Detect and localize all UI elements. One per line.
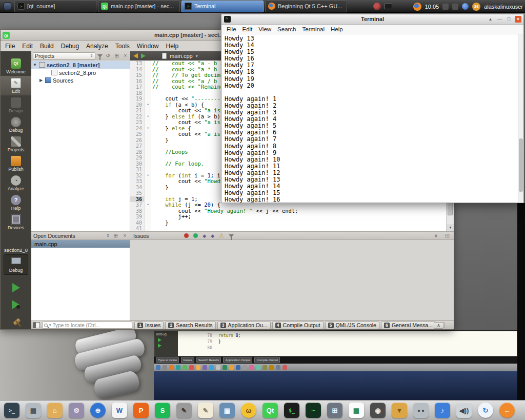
mode-item[interactable]: Welcome: [1, 56, 31, 76]
warning-filter-icon[interactable]: [193, 233, 198, 238]
expand-output-icon[interactable]: ∧: [434, 322, 443, 329]
terminal-dark-icon[interactable]: $_: [284, 403, 299, 418]
open-document-item[interactable]: main.cpp: [31, 240, 130, 248]
code-line[interactable]: 41: [130, 226, 454, 231]
menu-item[interactable]: Tools: [112, 42, 133, 51]
menu-item[interactable]: Window: [133, 42, 163, 51]
nav-back-icon[interactable]: [133, 53, 138, 58]
mode-item[interactable]: Design: [1, 95, 31, 115]
menu-item[interactable]: Help: [163, 42, 183, 51]
calculator-icon[interactable]: ⊞: [327, 403, 342, 418]
display-tray-icon[interactable]: [385, 4, 392, 9]
close-pane-icon[interactable]: ×: [122, 233, 128, 238]
scrollbar-thumb[interactable]: [519, 138, 523, 192]
volume-icon[interactable]: ◀)): [456, 403, 472, 418]
menu-item[interactable]: Build: [36, 42, 57, 51]
sidebar-toggle-icon[interactable]: [33, 322, 40, 328]
taskbar-window-button[interactable]: [qt_course]: [14, 1, 96, 12]
home-folder-icon[interactable]: ⌂: [47, 403, 63, 418]
menu-item[interactable]: Edit: [18, 42, 36, 51]
tree-expander-icon[interactable]: ▼: [32, 63, 37, 67]
wine-app-icon[interactable]: W: [112, 403, 127, 418]
back-arrow-icon[interactable]: ←: [499, 403, 515, 418]
presentation-app-icon[interactable]: P: [133, 403, 149, 418]
bluetooth-tray-icon[interactable]: [462, 3, 469, 10]
software-update-icon[interactable]: ↻: [478, 403, 493, 418]
mode-item[interactable]: Publish: [1, 154, 31, 173]
menu-item[interactable]: Debug: [57, 42, 83, 51]
project-tree-row[interactable]: section2_8.pro: [31, 69, 130, 76]
menu-item[interactable]: View: [255, 25, 274, 33]
spreadsheet-icon[interactable]: ▦: [349, 403, 364, 418]
terminal-scrollbar[interactable]: [518, 34, 523, 202]
text-editor-icon[interactable]: ✎: [198, 403, 213, 418]
project-tree-row[interactable]: ▼ section2_8 [master]: [31, 61, 130, 69]
rollup-button[interactable]: ▴: [487, 16, 494, 23]
taskbar-window-button[interactable]: Beginning Qt 5 C++ GU...: [265, 1, 347, 12]
kitty-terminal-icon[interactable]: ω: [241, 403, 256, 418]
output-pane-button[interactable]: 6 General Messa...: [381, 322, 436, 329]
robot-icon[interactable]: • •: [413, 403, 429, 418]
terminal-output[interactable]: Howdy 13Howdy 14Howdy 15Howdy 16Howdy 17…: [221, 34, 523, 202]
projects-pane-combo[interactable]: Projects⇕: [33, 52, 95, 59]
mode-item[interactable]: Analyze: [1, 173, 31, 193]
filter-funnel-icon[interactable]: [97, 54, 103, 57]
settings-gear-icon[interactable]: ⚙: [69, 403, 84, 418]
dropdown-chevron-icon[interactable]: ▾: [196, 54, 198, 58]
spotify-icon[interactable]: S: [155, 403, 170, 418]
filter-funnel-icon[interactable]: [229, 234, 234, 237]
terminal-titlebar[interactable]: Terminal ▴ — □ ×: [221, 14, 523, 25]
tree-expander-icon[interactable]: ▶: [38, 78, 44, 83]
mode-item[interactable]: Debug: [1, 115, 31, 134]
firefox-tray-icon[interactable]: [413, 3, 421, 11]
prev-issue-icon[interactable]: ◆: [203, 233, 206, 238]
maximize-button[interactable]: □: [506, 16, 512, 23]
close-button[interactable]: ×: [515, 16, 521, 23]
debug-run-button[interactable]: [1, 297, 31, 312]
stamp-icon[interactable]: ▼: [392, 403, 407, 418]
kit-selector[interactable]: Debug: [4, 254, 28, 275]
mode-item[interactable]: Devices: [1, 212, 31, 232]
split-pane-icon[interactable]: ⊞: [112, 233, 119, 238]
network-tray-icon[interactable]: [442, 4, 449, 10]
output-pane-button[interactable]: 4 Compile Output: [272, 322, 324, 329]
error-filter-icon[interactable]: [184, 233, 189, 238]
sync-icon[interactable]: ↺: [105, 53, 111, 58]
file-cabinet-icon[interactable]: ▤: [26, 403, 41, 418]
power-tray-icon[interactable]: [452, 4, 458, 10]
menu-item[interactable]: File: [2, 42, 18, 51]
minimize-button[interactable]: —: [496, 16, 503, 23]
output-pane-button[interactable]: 3 Application Ou...: [217, 322, 271, 329]
gimp-icon[interactable]: ✎: [176, 403, 192, 418]
menu-item[interactable]: Search: [274, 25, 299, 33]
warning-triangle-icon[interactable]: ⚠: [219, 232, 224, 239]
nav-forward-icon[interactable]: [141, 53, 146, 58]
app-menu-icon[interactable]: [4, 3, 11, 10]
red-logo-tray-icon[interactable]: [373, 3, 381, 10]
menu-item[interactable]: Terminal: [299, 25, 328, 33]
menu-item[interactable]: Analyze: [83, 42, 112, 51]
system-monitor-icon[interactable]: ~: [306, 403, 321, 418]
camera-icon[interactable]: ◉: [370, 403, 386, 418]
mode-item[interactable]: Help: [1, 193, 31, 212]
screenshot-tool-icon[interactable]: ▣: [219, 403, 235, 418]
taskbar-window-button[interactable]: main.cpp [master] - sec...: [98, 1, 180, 12]
build-button[interactable]: [1, 314, 31, 329]
media-player-icon[interactable]: ♪: [435, 403, 450, 418]
split-pane-icon[interactable]: ⊞: [113, 53, 120, 58]
menu-item[interactable]: Edit: [239, 25, 256, 33]
terminal-emulator-icon[interactable]: >_: [4, 403, 19, 418]
code-line[interactable]: 39 j++;: [130, 214, 454, 220]
output-pane-button[interactable]: 1 Issues: [134, 322, 164, 329]
web-browser-icon[interactable]: ⊕: [90, 403, 106, 418]
qt-creator-icon[interactable]: Qt: [262, 403, 278, 418]
project-tree-row[interactable]: ▶ Sources: [31, 76, 130, 84]
collapse-pane-icon[interactable]: ∧: [433, 233, 439, 238]
maximize-pane-icon[interactable]: ⊡: [444, 233, 451, 238]
editor-tab-label[interactable]: main.cpp: [170, 53, 193, 59]
close-pane-icon[interactable]: ×: [122, 53, 129, 58]
run-button[interactable]: [1, 280, 31, 295]
menu-item[interactable]: File: [224, 25, 239, 33]
output-pane-button[interactable]: 2 Search Results: [165, 322, 215, 329]
locator-input[interactable]: ▾ Type to locate (Ctrl...: [42, 322, 132, 329]
